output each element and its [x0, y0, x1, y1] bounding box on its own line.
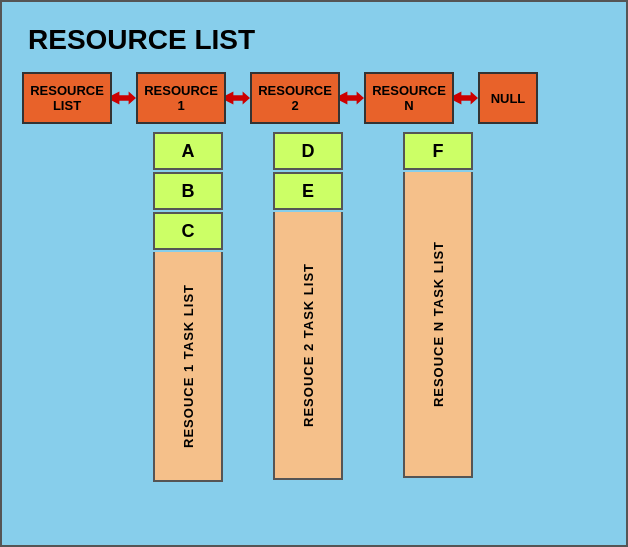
arrow-3: [340, 88, 364, 108]
svg-marker-3: [454, 92, 478, 105]
arrow-2: [226, 88, 250, 108]
node-resource-2: RESOURCE2: [250, 72, 340, 124]
node-resource-list: RESOURCELIST: [22, 72, 112, 124]
svg-marker-2: [340, 92, 364, 105]
task-item-b: B: [153, 172, 223, 210]
arrow-4: [454, 88, 478, 108]
column-2: D E RESOUCE 2 TASK LIST: [273, 132, 343, 480]
task-list-bar-2: RESOUCE 2 TASK LIST: [273, 212, 343, 480]
column-1: A B C RESOUCE 1 TASK LIST: [153, 132, 223, 482]
task-list-bar-1: RESOUCE 1 TASK LIST: [153, 252, 223, 482]
top-row: RESOURCELIST RESOURCE1 RESOURCE2 RESOURC…: [22, 72, 538, 124]
node-resource-n: RESOURCEN: [364, 72, 454, 124]
task-list-label-3: RESOUCE N TASK LIST: [431, 231, 446, 417]
page-container: RESOURCE LIST RESOURCELIST RESOURCE1 RES…: [0, 0, 628, 547]
arrow-1: [112, 88, 136, 108]
task-item-f: F: [403, 132, 473, 170]
column-3: F RESOUCE N TASK LIST: [403, 132, 473, 478]
task-item-c: C: [153, 212, 223, 250]
svg-marker-1: [226, 92, 250, 105]
task-list-label-2: RESOUCE 2 TASK LIST: [301, 253, 316, 437]
task-item-e: E: [273, 172, 343, 210]
task-list-label-1: RESOUCE 1 TASK LIST: [181, 274, 196, 458]
node-resource-1: RESOURCE1: [136, 72, 226, 124]
task-list-bar-3: RESOUCE N TASK LIST: [403, 172, 473, 478]
svg-marker-0: [112, 92, 136, 105]
page-title: RESOURCE LIST: [28, 24, 255, 56]
task-item-a: A: [153, 132, 223, 170]
task-item-d: D: [273, 132, 343, 170]
node-null: NULL: [478, 72, 538, 124]
